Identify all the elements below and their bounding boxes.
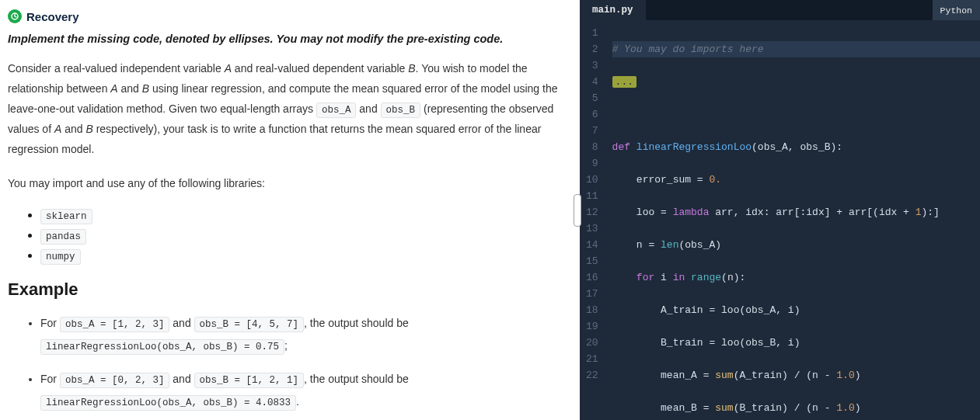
code-text: (B_train) / (n - — [734, 402, 837, 414]
language-label: Python — [940, 5, 972, 16]
code-text: (A_train) / (n - — [734, 370, 837, 381]
desc-text: and real-valued dependent variable — [232, 62, 408, 75]
code-text: arr, idx: arr[:idx] + arr[(idx + — [709, 207, 915, 218]
libs-intro: You may import and use any of the follow… — [8, 174, 567, 194]
code-text — [685, 272, 691, 283]
code-text: B_train = loo(obs_B, i) — [661, 337, 800, 349]
problem-description-pane: Recovery Implement the missing code, den… — [0, 0, 575, 420]
ex-post: . — [296, 395, 299, 408]
ex-text: For — [40, 373, 60, 385]
builtin-sum: sum — [715, 370, 733, 381]
code-obs-a: obs_A — [316, 102, 357, 118]
list-item: numpy — [40, 248, 567, 262]
desc-text: and — [356, 102, 380, 115]
var-b: B — [85, 123, 92, 135]
pane-resize-handle[interactable] — [575, 0, 580, 420]
example-heading: Example — [8, 279, 567, 300]
desc-text: Consider a real-valued independent varia… — [8, 62, 225, 75]
code-text: (n): — [721, 272, 745, 283]
var-b: B — [408, 62, 415, 75]
ellipsis-placeholder[interactable]: ... — [612, 76, 636, 88]
code-text: loo = — [636, 207, 673, 218]
num: 1.0 — [836, 402, 854, 414]
instruction-text: Implement the missing code, denoted by e… — [8, 33, 567, 45]
code-body[interactable]: # You may do imports here ... def linear… — [608, 20, 980, 420]
ex-text: and — [169, 317, 194, 329]
ex-text: For — [40, 317, 60, 329]
kw-lambda: lambda — [673, 207, 710, 218]
ex-obs-a: obs_A = [1, 2, 3] — [60, 317, 170, 332]
func-name: linearRegressionLoo — [636, 141, 752, 153]
kw-in: in — [673, 272, 685, 283]
code-text: i — [654, 272, 672, 283]
filename-label: main.py — [592, 5, 633, 16]
description-paragraph: Consider a real-valued independent varia… — [8, 59, 567, 160]
list-item: sklearn — [40, 208, 567, 222]
code-text: (obs_A) — [678, 239, 721, 251]
file-tab[interactable]: main.py — [580, 0, 646, 20]
language-selector[interactable]: Python — [933, 0, 980, 20]
num: 1 — [915, 207, 922, 218]
ex-obs-b: obs_B = [4, 5, 7] — [194, 317, 305, 332]
code-editor-pane: main.py Python 1234567891011121314151617… — [580, 0, 980, 420]
library-list: sklearn pandas numpy — [8, 208, 567, 262]
var-a: A — [110, 82, 117, 95]
builtin-len: len — [661, 239, 678, 251]
ex-post: ; — [284, 339, 288, 352]
example-item: For obs_A = [0, 2, 3] and obs_B = [1, 2,… — [40, 368, 567, 413]
ex-text: , the output should be — [304, 373, 409, 385]
ex-text: and — [169, 373, 194, 385]
problem-header: Recovery — [8, 9, 567, 23]
code-obs-b: obs_B — [381, 102, 421, 118]
lib-name: sklearn — [40, 209, 92, 224]
builtin-range: range — [691, 272, 721, 283]
code-text: A_train = loo(obs_A, i) — [661, 304, 800, 316]
var-a: A — [54, 123, 61, 135]
code-text: mean_B = — [661, 402, 715, 414]
num: 0. — [709, 174, 721, 186]
problem-title: Recovery — [26, 10, 79, 23]
example-list: For obs_A = [1, 2, 3] and obs_B = [4, 5,… — [8, 312, 567, 413]
desc-text: and — [118, 82, 142, 95]
recovery-icon — [8, 9, 22, 23]
code-text: mean_A = — [661, 370, 715, 381]
lib-name: numpy — [40, 249, 81, 265]
code-text: n = — [636, 239, 661, 251]
code-text: error_sum = — [636, 174, 710, 186]
editor-tab-bar: main.py Python — [580, 0, 980, 20]
ex-result: linearRegressionLoo(obs_A, obs_B) = 4.08… — [40, 395, 296, 411]
code-text: ) — [855, 402, 861, 414]
ex-text: , the output should be — [304, 317, 409, 329]
code-text: ) — [855, 370, 861, 381]
builtin-sum: sum — [715, 402, 733, 414]
num: 1.0 — [836, 370, 854, 381]
ex-obs-a: obs_A = [0, 2, 3] — [60, 373, 170, 388]
lib-name: pandas — [40, 229, 86, 245]
list-item: pandas — [40, 228, 567, 242]
line-number-gutter: 12345678910111213141516171819202122 — [580, 20, 608, 420]
code-text: ):] — [922, 207, 940, 218]
params: (obs_A, obs_B): — [752, 141, 842, 153]
var-a: A — [225, 62, 232, 75]
ex-result: linearRegressionLoo(obs_A, obs_B) = 0.75 — [40, 339, 284, 355]
desc-text: and — [61, 123, 85, 135]
var-b: B — [142, 82, 149, 95]
kw-for: for — [636, 272, 654, 283]
code-area[interactable]: 12345678910111213141516171819202122 # Yo… — [580, 20, 980, 420]
example-item: For obs_A = [1, 2, 3] and obs_B = [4, 5,… — [40, 312, 567, 357]
code-comment: # You may do imports here — [612, 43, 764, 55]
ex-obs-b: obs_B = [1, 2, 1] — [194, 373, 305, 388]
drag-handle-icon[interactable] — [574, 194, 581, 227]
kw-def: def — [612, 141, 630, 153]
